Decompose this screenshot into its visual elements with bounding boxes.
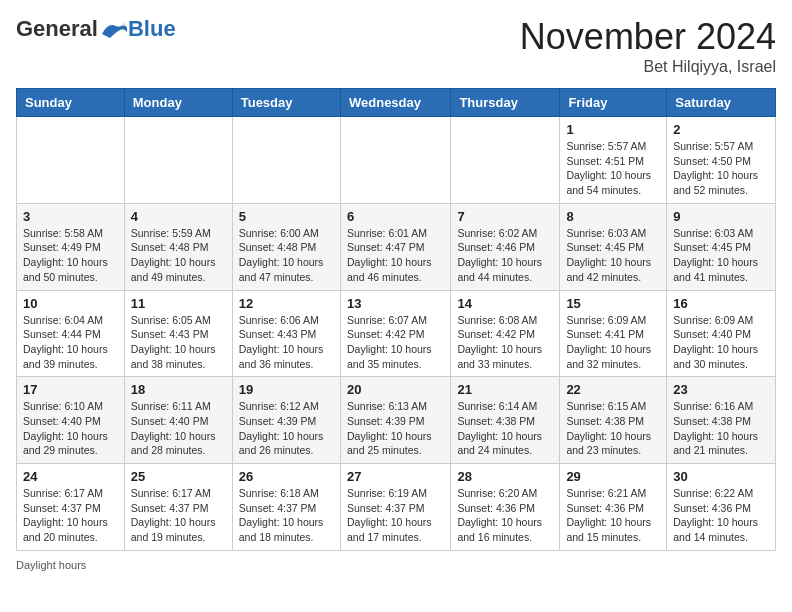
day-number: 30 <box>673 469 769 484</box>
logo-bird-icon <box>100 18 128 40</box>
day-info: Sunrise: 6:13 AM Sunset: 4:39 PM Dayligh… <box>347 399 444 458</box>
day-info: Sunrise: 6:16 AM Sunset: 4:38 PM Dayligh… <box>673 399 769 458</box>
day-info: Sunrise: 6:17 AM Sunset: 4:37 PM Dayligh… <box>23 486 118 545</box>
calendar-cell: 24Sunrise: 6:17 AM Sunset: 4:37 PM Dayli… <box>17 464 125 551</box>
calendar-week-1: 1Sunrise: 5:57 AM Sunset: 4:51 PM Daylig… <box>17 117 776 204</box>
day-info: Sunrise: 6:20 AM Sunset: 4:36 PM Dayligh… <box>457 486 553 545</box>
day-info: Sunrise: 5:59 AM Sunset: 4:48 PM Dayligh… <box>131 226 226 285</box>
calendar-cell: 25Sunrise: 6:17 AM Sunset: 4:37 PM Dayli… <box>124 464 232 551</box>
calendar-cell: 10Sunrise: 6:04 AM Sunset: 4:44 PM Dayli… <box>17 290 125 377</box>
day-info: Sunrise: 6:01 AM Sunset: 4:47 PM Dayligh… <box>347 226 444 285</box>
day-number: 8 <box>566 209 660 224</box>
calendar-cell <box>451 117 560 204</box>
day-number: 19 <box>239 382 334 397</box>
calendar-cell: 14Sunrise: 6:08 AM Sunset: 4:42 PM Dayli… <box>451 290 560 377</box>
calendar-cell: 2Sunrise: 5:57 AM Sunset: 4:50 PM Daylig… <box>667 117 776 204</box>
calendar-cell <box>340 117 450 204</box>
day-number: 12 <box>239 296 334 311</box>
day-info: Sunrise: 6:11 AM Sunset: 4:40 PM Dayligh… <box>131 399 226 458</box>
calendar-week-5: 24Sunrise: 6:17 AM Sunset: 4:37 PM Dayli… <box>17 464 776 551</box>
day-number: 23 <box>673 382 769 397</box>
day-number: 9 <box>673 209 769 224</box>
calendar-header-row: SundayMondayTuesdayWednesdayThursdayFrid… <box>17 89 776 117</box>
day-number: 4 <box>131 209 226 224</box>
day-info: Sunrise: 5:57 AM Sunset: 4:50 PM Dayligh… <box>673 139 769 198</box>
col-header-saturday: Saturday <box>667 89 776 117</box>
col-header-friday: Friday <box>560 89 667 117</box>
day-number: 15 <box>566 296 660 311</box>
calendar-cell: 28Sunrise: 6:20 AM Sunset: 4:36 PM Dayli… <box>451 464 560 551</box>
day-info: Sunrise: 6:12 AM Sunset: 4:39 PM Dayligh… <box>239 399 334 458</box>
logo: General Blue <box>16 16 176 42</box>
calendar-cell: 29Sunrise: 6:21 AM Sunset: 4:36 PM Dayli… <box>560 464 667 551</box>
day-number: 10 <box>23 296 118 311</box>
calendar-cell: 20Sunrise: 6:13 AM Sunset: 4:39 PM Dayli… <box>340 377 450 464</box>
day-info: Sunrise: 6:18 AM Sunset: 4:37 PM Dayligh… <box>239 486 334 545</box>
calendar-cell: 16Sunrise: 6:09 AM Sunset: 4:40 PM Dayli… <box>667 290 776 377</box>
calendar-cell: 1Sunrise: 5:57 AM Sunset: 4:51 PM Daylig… <box>560 117 667 204</box>
calendar-cell: 15Sunrise: 6:09 AM Sunset: 4:41 PM Dayli… <box>560 290 667 377</box>
day-info: Sunrise: 6:05 AM Sunset: 4:43 PM Dayligh… <box>131 313 226 372</box>
day-info: Sunrise: 6:08 AM Sunset: 4:42 PM Dayligh… <box>457 313 553 372</box>
day-info: Sunrise: 6:03 AM Sunset: 4:45 PM Dayligh… <box>673 226 769 285</box>
day-number: 25 <box>131 469 226 484</box>
day-info: Sunrise: 6:07 AM Sunset: 4:42 PM Dayligh… <box>347 313 444 372</box>
day-number: 24 <box>23 469 118 484</box>
day-info: Sunrise: 6:15 AM Sunset: 4:38 PM Dayligh… <box>566 399 660 458</box>
day-info: Sunrise: 6:17 AM Sunset: 4:37 PM Dayligh… <box>131 486 226 545</box>
day-number: 2 <box>673 122 769 137</box>
day-number: 14 <box>457 296 553 311</box>
calendar-cell: 9Sunrise: 6:03 AM Sunset: 4:45 PM Daylig… <box>667 203 776 290</box>
calendar-cell: 11Sunrise: 6:05 AM Sunset: 4:43 PM Dayli… <box>124 290 232 377</box>
day-number: 20 <box>347 382 444 397</box>
day-number: 18 <box>131 382 226 397</box>
day-number: 16 <box>673 296 769 311</box>
day-info: Sunrise: 6:09 AM Sunset: 4:40 PM Dayligh… <box>673 313 769 372</box>
calendar-cell <box>232 117 340 204</box>
calendar-cell <box>17 117 125 204</box>
col-header-wednesday: Wednesday <box>340 89 450 117</box>
day-info: Sunrise: 5:57 AM Sunset: 4:51 PM Dayligh… <box>566 139 660 198</box>
day-info: Sunrise: 6:10 AM Sunset: 4:40 PM Dayligh… <box>23 399 118 458</box>
calendar-cell: 18Sunrise: 6:11 AM Sunset: 4:40 PM Dayli… <box>124 377 232 464</box>
day-number: 13 <box>347 296 444 311</box>
day-number: 27 <box>347 469 444 484</box>
day-number: 17 <box>23 382 118 397</box>
calendar-table: SundayMondayTuesdayWednesdayThursdayFrid… <box>16 88 776 551</box>
calendar-cell: 23Sunrise: 6:16 AM Sunset: 4:38 PM Dayli… <box>667 377 776 464</box>
day-info: Sunrise: 6:21 AM Sunset: 4:36 PM Dayligh… <box>566 486 660 545</box>
day-info: Sunrise: 6:06 AM Sunset: 4:43 PM Dayligh… <box>239 313 334 372</box>
day-info: Sunrise: 6:02 AM Sunset: 4:46 PM Dayligh… <box>457 226 553 285</box>
day-info: Sunrise: 6:22 AM Sunset: 4:36 PM Dayligh… <box>673 486 769 545</box>
calendar-cell: 26Sunrise: 6:18 AM Sunset: 4:37 PM Dayli… <box>232 464 340 551</box>
calendar-cell: 8Sunrise: 6:03 AM Sunset: 4:45 PM Daylig… <box>560 203 667 290</box>
calendar-cell: 21Sunrise: 6:14 AM Sunset: 4:38 PM Dayli… <box>451 377 560 464</box>
footer-text: Daylight hours <box>16 559 776 571</box>
page-header: General Blue November 2024 Bet Hilqiyya,… <box>16 16 776 76</box>
day-number: 29 <box>566 469 660 484</box>
day-info: Sunrise: 6:14 AM Sunset: 4:38 PM Dayligh… <box>457 399 553 458</box>
day-number: 1 <box>566 122 660 137</box>
day-number: 7 <box>457 209 553 224</box>
day-number: 21 <box>457 382 553 397</box>
calendar-cell <box>124 117 232 204</box>
calendar-cell: 6Sunrise: 6:01 AM Sunset: 4:47 PM Daylig… <box>340 203 450 290</box>
calendar-cell: 30Sunrise: 6:22 AM Sunset: 4:36 PM Dayli… <box>667 464 776 551</box>
calendar-cell: 4Sunrise: 5:59 AM Sunset: 4:48 PM Daylig… <box>124 203 232 290</box>
calendar-cell: 27Sunrise: 6:19 AM Sunset: 4:37 PM Dayli… <box>340 464 450 551</box>
day-number: 22 <box>566 382 660 397</box>
calendar-cell: 13Sunrise: 6:07 AM Sunset: 4:42 PM Dayli… <box>340 290 450 377</box>
calendar-cell: 17Sunrise: 6:10 AM Sunset: 4:40 PM Dayli… <box>17 377 125 464</box>
col-header-monday: Monday <box>124 89 232 117</box>
calendar-cell: 3Sunrise: 5:58 AM Sunset: 4:49 PM Daylig… <box>17 203 125 290</box>
location-subtitle: Bet Hilqiyya, Israel <box>520 58 776 76</box>
day-info: Sunrise: 6:03 AM Sunset: 4:45 PM Dayligh… <box>566 226 660 285</box>
calendar-week-2: 3Sunrise: 5:58 AM Sunset: 4:49 PM Daylig… <box>17 203 776 290</box>
col-header-tuesday: Tuesday <box>232 89 340 117</box>
calendar-cell: 5Sunrise: 6:00 AM Sunset: 4:48 PM Daylig… <box>232 203 340 290</box>
calendar-cell: 22Sunrise: 6:15 AM Sunset: 4:38 PM Dayli… <box>560 377 667 464</box>
day-info: Sunrise: 6:00 AM Sunset: 4:48 PM Dayligh… <box>239 226 334 285</box>
calendar-week-4: 17Sunrise: 6:10 AM Sunset: 4:40 PM Dayli… <box>17 377 776 464</box>
logo-general-text: General <box>16 16 98 42</box>
logo-blue-text: Blue <box>128 16 176 42</box>
